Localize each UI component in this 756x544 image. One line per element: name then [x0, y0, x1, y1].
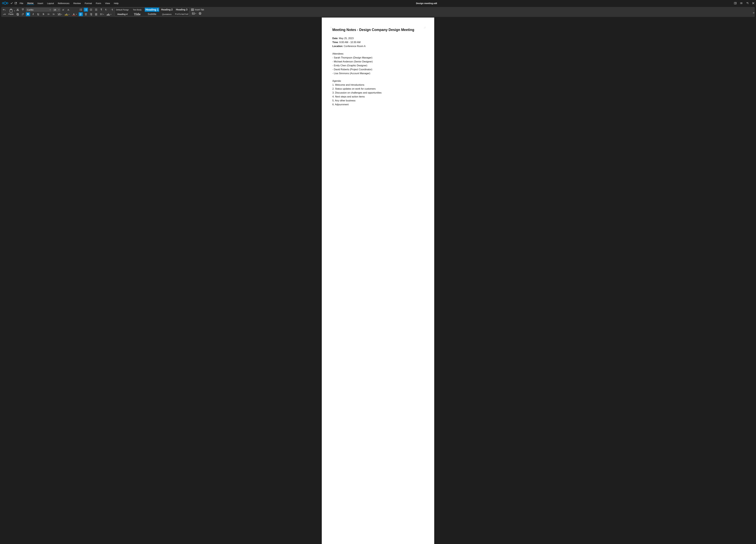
menu-insert[interactable]: Insert [37, 2, 44, 5]
format-paintbrush-button[interactable] [21, 8, 25, 12]
menu-form[interactable]: Form [95, 2, 102, 5]
redo-button[interactable] [2, 12, 6, 16]
close-icon[interactable] [752, 2, 754, 4]
ltr-direction-button[interactable]: ¶→ [104, 8, 109, 12]
line-spacing-button[interactable]: ▾ [99, 12, 105, 16]
save-status-icon[interactable] [10, 2, 13, 5]
style-text-body[interactable]: Text Body [130, 8, 144, 12]
unordered-list-button[interactable] [79, 8, 83, 12]
agenda-line[interactable]: 5. Any other business [332, 99, 424, 102]
style-title[interactable]: Title [130, 12, 144, 16]
copy-button[interactable] [16, 12, 20, 16]
document-title[interactable]: Design meeting.odt [416, 2, 437, 5]
menu-references[interactable]: References [57, 2, 70, 5]
agenda-line[interactable]: 1. Welcome and Introductions [332, 84, 424, 86]
chevron-down-icon[interactable]: ▾ [59, 9, 59, 11]
align-left-button[interactable] [79, 12, 83, 16]
decrease-indent-button[interactable] [94, 8, 98, 12]
menu-review[interactable]: Review [73, 2, 81, 5]
style-quotations[interactable]: Quotations [160, 12, 174, 16]
meta-date-line[interactable]: Date: May 25, 2023 [332, 37, 424, 40]
svg-point-23 [80, 10, 80, 11]
svg-rect-14 [10, 9, 12, 12]
underline-button[interactable]: U [36, 12, 40, 16]
paragraph-style-gallery: Default Paragr Text Body Heading 1 Headi… [115, 8, 189, 16]
attendee-line[interactable]: - Lisa Simmons (Account Manager) [332, 72, 424, 75]
subscript-button[interactable]: X2 [46, 12, 51, 16]
insert-table-button[interactable]: Insert Tab [191, 8, 204, 11]
character-spacing-button[interactable]: VA▾ [57, 12, 63, 16]
undo-button[interactable] [2, 8, 6, 12]
strikethrough-button[interactable]: S [41, 12, 46, 16]
font-family-select[interactable]: Carlito ▾ [26, 8, 52, 12]
meta-time-line[interactable]: Time: 9:00 AM - 10:30 AM [332, 41, 424, 44]
highlight-color-button[interactable]: ▾ [64, 12, 70, 16]
agenda-header[interactable]: Agenda: [332, 80, 424, 82]
margin-mark-tl [331, 27, 332, 28]
increase-font-size-button[interactable]: A↑ [61, 8, 65, 12]
style-preformatted[interactable]: Preformatted [174, 12, 189, 16]
style-heading-1[interactable]: Heading 1 [145, 8, 159, 12]
document-heading[interactable]: Meeting Notes - Design Company Design Me… [332, 28, 424, 32]
clear-formatting-button[interactable] [21, 12, 25, 16]
agenda-line[interactable]: 4. Next steps and action items [332, 95, 424, 98]
chevron-down-icon[interactable]: ▾ [14, 10, 15, 12]
superscript-button[interactable]: X2 [52, 12, 56, 16]
attendee-line[interactable]: - Sarah Thompson (Design Manager) [332, 56, 424, 59]
decrease-font-size-button[interactable]: A↓ [66, 8, 71, 12]
agenda-line[interactable]: 3. Discussion on challenges and opportun… [332, 91, 424, 94]
style-heading-4[interactable]: Heading 4 [115, 12, 130, 16]
attendee-line[interactable]: - Emily Chen (Graphic Designer) [332, 64, 424, 67]
insert-image-button[interactable]: ▾ [191, 11, 197, 15]
meta-location-line[interactable]: Location: Conference Room A [332, 45, 424, 48]
print-button[interactable] [198, 11, 202, 15]
ordered-list-button[interactable] [84, 8, 88, 12]
align-justify-button[interactable] [94, 12, 98, 16]
font-size-select[interactable]: 18 ▾ [52, 8, 60, 12]
ribbon-toolbar: Paste ▾ Carlito ▾ [1, 7, 755, 17]
menu-home[interactable]: Home [27, 2, 34, 5]
menu-file[interactable]: File [19, 2, 24, 5]
svg-point-9 [740, 2, 740, 3]
list-view-icon[interactable] [740, 2, 743, 5]
font-size-value: 18 [54, 8, 56, 11]
paragraph-marks-button[interactable]: ¶ [99, 8, 103, 12]
document-page[interactable]: Meeting Notes - Design Company Design Me… [322, 18, 434, 544]
menu-format[interactable]: Format [84, 2, 93, 5]
svg-point-64 [193, 13, 193, 13]
style-subtitle[interactable]: Subtitle [145, 12, 159, 16]
italic-button[interactable]: I [31, 12, 35, 16]
open-external-icon[interactable] [15, 2, 17, 4]
font-color-button[interactable]: A ▾ [71, 12, 78, 16]
ribbon-overflow-button[interactable]: » [753, 11, 754, 14]
attendees-header[interactable]: Attendees: [332, 52, 424, 55]
rtl-direction-button[interactable]: ←¶ [109, 8, 114, 12]
style-heading-3[interactable]: Heading 3 [174, 8, 189, 12]
app-logo[interactable] [2, 1, 8, 5]
style-heading-2[interactable]: Heading 2 [160, 8, 174, 12]
svg-rect-18 [22, 9, 24, 10]
menu-view[interactable]: View [104, 2, 111, 5]
cut-button[interactable] [16, 8, 20, 12]
meta-location-label: Location [332, 45, 342, 47]
paste-button[interactable]: Paste ▾ [7, 8, 15, 16]
document-workspace[interactable]: Meeting Notes - Design Company Design Me… [0, 18, 756, 544]
paragraph-background-button[interactable]: ▾ [106, 12, 112, 16]
align-center-button[interactable] [84, 12, 88, 16]
agenda-line[interactable]: 6. Adjournment [332, 103, 424, 106]
svg-rect-58 [191, 9, 194, 11]
style-default-paragraph[interactable]: Default Paragr [115, 8, 130, 12]
sidebar-toggle-icon[interactable] [734, 2, 737, 5]
menu-help[interactable]: Help [113, 2, 119, 5]
align-right-button[interactable] [89, 12, 93, 16]
insert-table-label: Insert Tab [195, 8, 204, 11]
attendee-line[interactable]: - David Roberts (Project Coordinator) [332, 68, 424, 71]
collapse-panel-icon[interactable] [746, 2, 749, 5]
main-menu: File Home Insert Layout References Revie… [19, 2, 119, 5]
bold-button[interactable]: B [26, 12, 30, 16]
agenda-line[interactable]: 2. Status updates on work for customers [332, 88, 424, 90]
menu-layout[interactable]: Layout [46, 2, 54, 5]
increase-indent-button[interactable] [89, 8, 93, 12]
attendee-line[interactable]: - Michael Anderson (Senior Designer) [332, 60, 424, 63]
chevron-down-icon[interactable]: ▾ [50, 9, 51, 11]
